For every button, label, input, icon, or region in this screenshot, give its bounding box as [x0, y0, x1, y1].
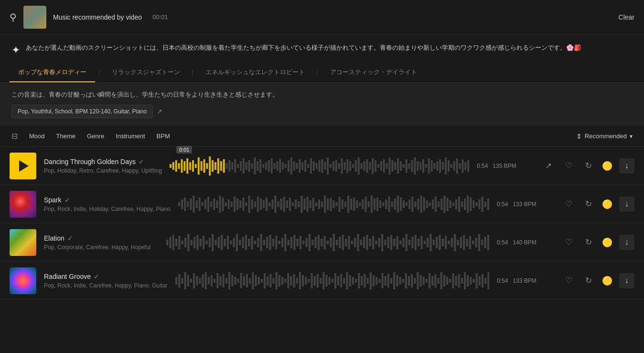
svg-rect-155 [318, 199, 320, 209]
svg-rect-348 [255, 275, 257, 287]
svg-rect-121 [219, 196, 221, 213]
instrument-filter[interactable]: Instrument [116, 132, 145, 140]
svg-rect-92 [428, 158, 430, 174]
svg-rect-24 [237, 164, 239, 168]
genre-filter[interactable]: Genre [87, 132, 104, 140]
tab-jazz[interactable]: リラックスジャズトーン [103, 63, 189, 82]
svg-rect-227 [205, 241, 207, 244]
svg-rect-177 [382, 202, 384, 206]
svg-rect-330 [202, 274, 204, 287]
svg-rect-53 [319, 160, 321, 172]
svg-rect-200 [450, 200, 451, 208]
download-button[interactable]: ↓ [619, 273, 634, 288]
track-duration: 0:54 [477, 163, 488, 169]
svg-rect-403 [417, 272, 419, 289]
svg-rect-173 [371, 196, 373, 213]
like-button[interactable]: ♡ [562, 198, 575, 211]
download-button[interactable]: ↓ [619, 235, 634, 250]
svg-rect-143 [283, 197, 285, 212]
sort-dropdown[interactable]: ⇕ Recommended ▾ [576, 132, 633, 140]
svg-rect-408 [431, 276, 433, 286]
waveform[interactable] [166, 231, 489, 254]
svg-rect-412 [443, 275, 445, 287]
svg-rect-203 [458, 197, 460, 212]
svg-rect-59 [335, 160, 337, 172]
waveform[interactable] [175, 269, 489, 292]
svg-rect-181 [394, 199, 396, 210]
like-button[interactable]: ♡ [562, 274, 575, 287]
svg-rect-195 [435, 197, 437, 212]
coin-icon: 🟡 [602, 199, 612, 210]
svg-rect-420 [467, 275, 469, 287]
loop-button[interactable]: ↻ [582, 274, 595, 287]
svg-rect-166 [350, 199, 352, 210]
svg-rect-211 [482, 197, 483, 212]
search-icon[interactable]: ⚲ [10, 11, 17, 23]
clear-button[interactable]: Clear [619, 13, 634, 21]
svg-rect-124 [228, 199, 230, 209]
svg-rect-170 [362, 199, 364, 209]
bpm-filter[interactable]: BPM [157, 132, 170, 140]
verified-icon: ✓ [67, 234, 73, 242]
track-thumbnail [10, 229, 36, 256]
svg-rect-183 [400, 198, 402, 211]
svg-rect-168 [356, 200, 358, 208]
tab-acoustic[interactable]: アコースティック・デイライト [322, 63, 426, 82]
svg-rect-51 [313, 161, 315, 171]
svg-rect-15 [212, 160, 214, 172]
like-button[interactable]: ♡ [562, 159, 575, 173]
download-button[interactable]: ↓ [619, 197, 634, 212]
mood-filter[interactable]: Mood [29, 132, 45, 140]
svg-rect-368 [313, 276, 315, 286]
verified-icon: ✓ [64, 196, 70, 204]
svg-rect-418 [461, 278, 462, 284]
loop-button[interactable]: ↻ [582, 236, 595, 249]
svg-rect-359 [287, 273, 289, 288]
svg-rect-36 [271, 158, 273, 174]
play-button[interactable] [10, 153, 36, 179]
tags-pill[interactable]: Pop, Youthful, School, BPM 120-140, Guit… [11, 105, 153, 118]
header: ⚲ Music recommended by video 00:01 Clear [0, 0, 644, 34]
svg-rect-3 [178, 163, 180, 169]
like-button[interactable]: ♡ [562, 236, 575, 249]
tab-pop-youth[interactable]: ポップな青春メロディー [10, 63, 95, 82]
waveform[interactable]: 0:01 [170, 154, 469, 177]
tab-electro[interactable]: エネルギッシュなエレクトロビート [197, 63, 313, 82]
svg-rect-404 [419, 275, 421, 287]
theme-filter[interactable]: Theme [56, 132, 75, 140]
download-button[interactable]: ↓ [619, 158, 634, 174]
track-meta: 0:54 133 BPM [497, 277, 554, 284]
waveform[interactable] [178, 193, 489, 216]
svg-rect-25 [240, 161, 242, 171]
loop-button[interactable]: ↻ [582, 159, 595, 173]
svg-rect-308 [451, 238, 453, 247]
svg-rect-350 [260, 279, 262, 283]
svg-rect-316 [475, 238, 477, 247]
svg-rect-81 [397, 158, 399, 174]
svg-rect-9 [195, 164, 197, 168]
svg-rect-251 [278, 241, 280, 244]
waveform-svg [175, 270, 489, 291]
svg-rect-69 [364, 161, 365, 171]
svg-rect-198 [443, 196, 445, 213]
svg-rect-364 [302, 275, 304, 287]
loop-button[interactable]: ↻ [582, 198, 595, 211]
svg-rect-315 [472, 241, 474, 244]
svg-rect-228 [209, 238, 211, 247]
svg-rect-201 [452, 202, 454, 206]
svg-rect-52 [316, 163, 318, 169]
svg-rect-149 [301, 196, 302, 213]
svg-rect-97 [442, 162, 444, 170]
edit-icon[interactable]: ↗ [157, 108, 162, 115]
svg-rect-146 [292, 202, 294, 206]
svg-rect-258 [300, 236, 301, 249]
svg-rect-341 [234, 277, 236, 285]
svg-rect-12 [204, 159, 205, 173]
filter-icon[interactable]: ⊟ [11, 132, 18, 141]
track-name: Spark [44, 196, 62, 204]
svg-rect-169 [359, 202, 361, 206]
external-link-button[interactable]: ↗ [542, 159, 555, 173]
svg-rect-87 [414, 157, 416, 175]
svg-rect-352 [267, 276, 268, 286]
svg-rect-272 [342, 235, 344, 250]
